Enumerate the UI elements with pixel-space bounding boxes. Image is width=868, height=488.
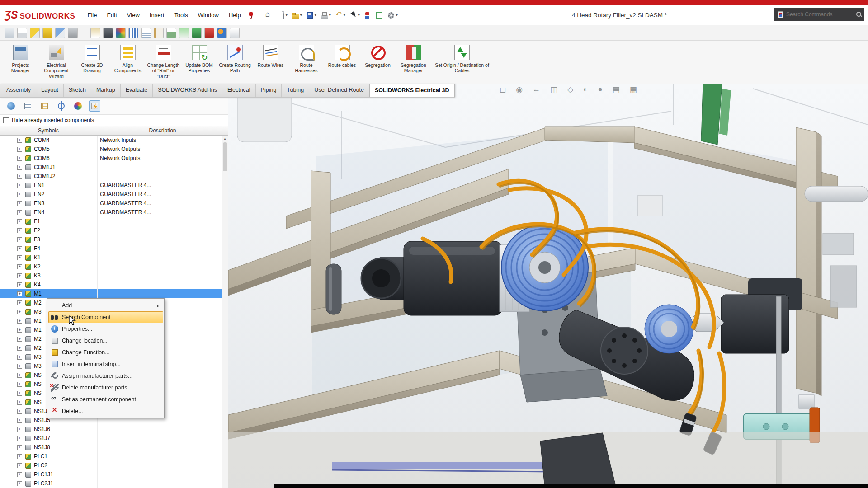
expand-icon[interactable]: + [17, 246, 22, 251]
search-input[interactable] [786, 11, 856, 18]
tree-row[interactable]: + F1 [0, 217, 228, 226]
tree-row[interactable]: + COM4 Network Inputs [0, 136, 228, 145]
expand-icon[interactable]: + [17, 382, 22, 387]
expand-icon[interactable]: + [17, 328, 22, 333]
expand-icon[interactable]: + [17, 418, 22, 423]
tree-scrollbar[interactable]: ▲ [222, 136, 228, 488]
expand-icon[interactable]: + [17, 138, 22, 143]
expand-icon[interactable]: + [17, 300, 22, 305]
tree-row[interactable]: + COM1J1 [0, 163, 228, 172]
hide-inserted-checkbox[interactable] [3, 117, 9, 123]
3d-viewport[interactable]: ◻◉←◫◇◐●▤▦ [228, 84, 868, 488]
hide-show-icon[interactable]: ● [598, 85, 602, 94]
print-icon[interactable]: ▾ [318, 10, 333, 21]
expand-icon[interactable]: + [17, 427, 22, 432]
tree-row[interactable]: + EN4 GUARDMASTER 4... [0, 208, 228, 217]
expand-icon[interactable]: + [17, 156, 22, 161]
tab-evaluate[interactable]: Evaluate [121, 84, 153, 97]
tab-tubing[interactable]: Tubing [282, 84, 309, 97]
browser-icon[interactable] [72, 100, 84, 112]
expand-icon[interactable]: + [17, 264, 22, 269]
electrical-component-wizard-button[interactable]: Electrical Component Wizard [38, 42, 74, 83]
segregation-button[interactable]: Segregation [360, 42, 396, 83]
expand-icon[interactable]: + [17, 165, 22, 170]
select-cursor-icon[interactable]: ▾ [347, 10, 362, 21]
menu-item-change-function[interactable]: Change Function... ▸ [48, 347, 163, 358]
tree-row[interactable]: + PLC1J1 [0, 470, 228, 479]
tree-row[interactable]: + NS1J7 [0, 434, 228, 443]
expand-icon[interactable]: + [17, 291, 22, 296]
undo-icon[interactable]: ▾ [333, 10, 347, 21]
menu-item[interactable]: Window [193, 9, 224, 21]
expand-icon[interactable]: + [17, 355, 22, 360]
evaluate-table-icon[interactable]: ▾ [373, 10, 385, 21]
expand-icon[interactable]: + [17, 282, 22, 287]
tree-row[interactable]: + EN1 GUARDMASTER 4... [0, 181, 228, 190]
tree-row[interactable]: + F3 [0, 235, 228, 244]
tree-row[interactable]: + COM6 Network Outputs [0, 154, 228, 163]
tree-row[interactable]: + K4 [0, 280, 228, 289]
column-header-description[interactable]: Description [97, 127, 228, 134]
zoom-fit-icon[interactable]: ◻ [500, 85, 506, 94]
tree-row[interactable]: + F4 [0, 244, 228, 253]
menu-item-set-permanent-component[interactable]: Set as permanent component ▸ [48, 394, 163, 405]
columns-icon[interactable] [128, 28, 138, 38]
home-icon[interactable]: ▾ [263, 10, 275, 21]
electrical-3d-panel-icon[interactable] [89, 100, 100, 112]
tree-row[interactable]: + EN2 GUARDMASTER 4... [0, 190, 228, 199]
menu-item[interactable]: File [83, 9, 102, 21]
expand-icon[interactable]: + [17, 373, 22, 378]
tab-assembly[interactable]: Assembly [1, 84, 36, 97]
table-icon[interactable] [179, 28, 189, 38]
list-icon[interactable] [141, 28, 151, 38]
align-components-button[interactable]: Align Components [110, 42, 146, 83]
tab-electrical[interactable]: Electrical [222, 84, 256, 97]
expand-icon[interactable]: + [17, 319, 22, 324]
archive-icon[interactable] [42, 28, 52, 38]
menu-item-assign-manufacturer-parts[interactable]: Assign manufacturer parts... ▸ [48, 370, 163, 382]
expand-icon[interactable]: + [17, 436, 22, 441]
scroll-up-icon[interactable]: ▲ [223, 136, 227, 142]
tree-row[interactable]: + M1 [0, 289, 228, 298]
display-style-icon[interactable]: ◐ [583, 85, 588, 94]
reject-icon[interactable] [204, 28, 214, 38]
window-icon[interactable] [5, 28, 14, 38]
menu-item[interactable]: Insert [145, 9, 170, 21]
menu-item[interactable]: Edit [102, 9, 122, 21]
tab-user-defined-route[interactable]: User Defined Route [309, 84, 369, 97]
open-icon[interactable]: ▾ [289, 10, 304, 21]
tab-solidworks-add-ins[interactable]: SOLIDWORKS Add-Ins [153, 84, 222, 97]
pin-menu-icon[interactable] [248, 11, 255, 20]
menu-item-delete-manufacturer-parts[interactable]: Delete manufacturer parts... ▸ [48, 382, 163, 394]
tree-row[interactable]: + K2 [0, 262, 228, 271]
tree-row[interactable]: + EN3 GUARDMASTER 4... [0, 199, 228, 208]
tree-row[interactable]: + NS1J6 [0, 425, 228, 434]
column-header-symbols[interactable]: Symbols [0, 127, 97, 134]
expand-icon[interactable]: + [17, 391, 22, 396]
export-icon[interactable] [30, 28, 40, 38]
web-icon[interactable] [217, 28, 227, 38]
set-origin-destination-button[interactable]: Set Origin / Destination of Cables [431, 42, 493, 83]
tab-sketch[interactable]: Sketch [64, 84, 91, 97]
menu-item-search-component[interactable]: Search Component ▸ [48, 311, 163, 323]
section-view-icon[interactable]: ◫ [550, 85, 557, 94]
component-list-icon[interactable] [22, 100, 33, 112]
tree-row[interactable]: + COM1J2 [0, 172, 228, 181]
expand-icon[interactable]: + [17, 192, 22, 197]
tab-layout[interactable]: Layout [36, 84, 64, 97]
expand-icon[interactable]: + [17, 255, 22, 260]
menu-item-delete[interactable]: Delete... ▸ [48, 405, 163, 417]
route-wires-button[interactable]: Route Wires [253, 42, 288, 83]
menu-item-properties[interactable]: Properties... ▸ [48, 323, 163, 335]
tree-row[interactable]: + COM5 Network Outputs [0, 145, 228, 154]
copy-icon[interactable] [17, 28, 27, 38]
cabinet-icon[interactable] [103, 28, 113, 38]
expand-icon[interactable]: + [17, 237, 22, 242]
expand-icon[interactable]: + [17, 174, 22, 179]
tree-row[interactable]: + K3 [0, 271, 228, 280]
menu-item-change-location[interactable]: Change location... ▸ [48, 335, 163, 347]
report-icon[interactable] [166, 28, 176, 38]
expand-icon[interactable]: + [17, 454, 22, 459]
tools-icon[interactable] [68, 28, 78, 38]
update-bom-properties-button[interactable]: Update BOM Properties [181, 42, 217, 83]
